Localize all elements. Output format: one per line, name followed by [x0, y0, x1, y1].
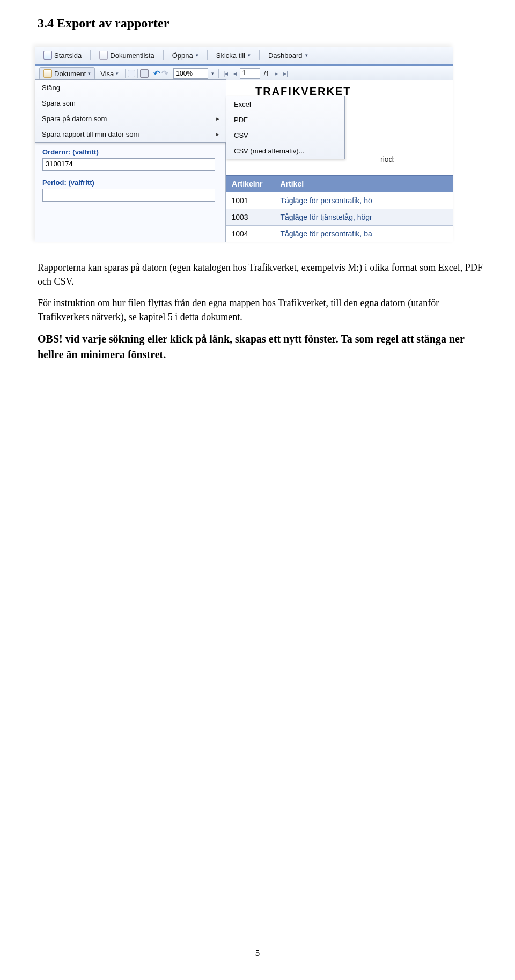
last-page-icon[interactable]: ▸|: [281, 70, 290, 77]
nav-open-label: Öppna: [172, 51, 193, 60]
paragraph-obs: OBS! vid varje sökning eller klick på lä…: [38, 331, 483, 362]
nav-open[interactable]: Öppna ▾: [168, 50, 203, 61]
home-icon: [43, 51, 52, 60]
document-dropdown: Stäng Spara som Spara på datorn som ▸ Sp…: [35, 79, 226, 143]
document-menu-button[interactable]: Dokument ▾: [39, 67, 95, 80]
cell-nr: 1003: [226, 209, 275, 226]
ordernr-value: 3100174: [46, 160, 73, 168]
chevron-down-icon: ▾: [196, 53, 198, 58]
menu-item-save-as[interactable]: Spara som: [35, 95, 226, 111]
document-toolbar: Dokument ▾ Visa ▾ ↶ ↷ 100% ▾ |◂ ◂ 1: [35, 66, 453, 80]
ordernr-input[interactable]: 3100174: [42, 158, 215, 171]
menu-item-label: Spara som: [42, 99, 76, 107]
nav-home-label: Startsida: [54, 51, 82, 60]
page-number: 5: [0, 948, 515, 959]
chevron-right-icon: ▸: [216, 115, 219, 122]
nav-doclist[interactable]: Dokumentlista: [95, 50, 158, 61]
page-total: /1: [261, 70, 271, 78]
redo-icon: ↷: [161, 69, 168, 78]
body-text: Rapporterna kan sparas på datorn (egen k…: [38, 261, 483, 362]
document-menu-label: Dokument: [54, 70, 86, 78]
menu-item-save-local-as[interactable]: Spara på datorn som ▸: [35, 111, 226, 127]
nav-send-to-label: Skicka till: [216, 51, 245, 60]
paragraph-2: För instruktion om hur filen flyttas frå…: [38, 296, 483, 324]
left-panel: Stäng Spara som Spara på datorn som ▸ Sp…: [35, 80, 226, 242]
page-current: 1: [242, 69, 246, 77]
section-heading: 3.4 Export av rapporter: [38, 16, 483, 31]
menu-item-label: Spara rapport till min dator som: [42, 130, 139, 138]
separator: [259, 50, 260, 60]
cell-artikel: Tågläge för persontrafik, hö: [275, 192, 453, 209]
next-page-icon[interactable]: ▸: [273, 70, 280, 77]
content-panel: TRAFIKVERKET Excel PDF CSV CSV (med alte…: [226, 80, 453, 242]
cell-nr: 1004: [226, 226, 275, 242]
separator: [163, 50, 164, 60]
chevron-down-icon: ▾: [88, 71, 91, 76]
filter-form: Ordernr: (valfritt) 3100174 Period: (val…: [35, 143, 225, 210]
prev-page-icon[interactable]: ◂: [231, 70, 239, 77]
nav-dashboard-label: Dashboard: [268, 51, 303, 60]
tool-icon-1[interactable]: [128, 70, 135, 77]
nav-dashboard[interactable]: Dashboard ▾: [264, 50, 312, 61]
document-icon: [43, 69, 52, 78]
table-row[interactable]: 1003 Tågläge för tjänstetåg, högr: [226, 209, 453, 226]
separator: [90, 50, 91, 60]
table-row[interactable]: 1001 Tågläge för persontrafik, hö: [226, 192, 453, 209]
submenu-item-excel[interactable]: Excel: [226, 96, 344, 112]
view-menu-label: Visa: [100, 70, 114, 78]
page-number-input[interactable]: 1: [240, 68, 260, 79]
separator: [151, 69, 151, 78]
embedded-screenshot: Startsida Dokumentlista Öppna ▾ Skicka t…: [35, 47, 453, 242]
chevron-down-icon: ▾: [116, 71, 119, 76]
cell-artikel: Tågläge för persontrafik, ba: [275, 226, 453, 242]
col-artikelnr[interactable]: Artikelnr: [226, 176, 275, 192]
chevron-down-icon: ▾: [305, 53, 308, 58]
cell-artikel: Tågläge för tjänstetåg, högr: [275, 209, 453, 226]
period-optional: (valfritt): [68, 179, 94, 187]
cell-nr: 1001: [226, 192, 275, 209]
period-label: Period: (valfritt): [42, 179, 218, 187]
menu-item-save-report-local-as[interactable]: Spara rapport till min dator som ▸: [35, 127, 226, 142]
menu-item-label: Stäng: [42, 84, 60, 92]
first-page-icon[interactable]: |◂: [221, 70, 230, 77]
ordernr-label: Ordernr: (valfritt): [42, 148, 218, 156]
ordernr-optional: (valfritt): [72, 148, 98, 156]
separator: [125, 69, 126, 78]
table-row[interactable]: 1004 Tågläge för persontrafik, ba: [226, 226, 453, 242]
separator: [218, 69, 219, 78]
zoom-chevron-icon[interactable]: ▾: [209, 71, 216, 76]
nav-home[interactable]: Startsida: [39, 50, 86, 61]
export-submenu: Excel PDF CSV CSV (med alternativ)...: [226, 96, 345, 159]
find-icon[interactable]: [140, 69, 149, 78]
separator: [207, 50, 208, 60]
nav-send-to[interactable]: Skicka till ▾: [212, 50, 255, 61]
submenu-item-csv[interactable]: CSV: [226, 128, 344, 143]
period-input[interactable]: [42, 189, 215, 202]
zoom-input[interactable]: 100%: [173, 68, 208, 79]
nav-doclist-label: Dokumentlista: [110, 51, 154, 60]
zoom-value: 100%: [176, 70, 193, 77]
view-menu-button[interactable]: Visa ▾: [96, 68, 123, 80]
chevron-right-icon: ▸: [216, 131, 219, 138]
period-label-text: Period:: [42, 179, 67, 187]
doclist-icon: [99, 51, 108, 60]
col-artikel[interactable]: Artikel: [275, 176, 453, 192]
submenu-item-csv-opts[interactable]: CSV (med alternativ)...: [226, 143, 344, 159]
main-toolbar: Startsida Dokumentlista Öppna ▾ Skicka t…: [35, 47, 453, 64]
undo-icon[interactable]: ↶: [153, 69, 160, 78]
paragraph-1: Rapporterna kan sparas på datorn (egen k…: [38, 261, 483, 288]
data-table-wrap: Artikelnr Artikel 1001 Tågläge för perso…: [226, 175, 453, 242]
article-table: Artikelnr Artikel 1001 Tågläge för perso…: [226, 175, 453, 242]
submenu-item-pdf[interactable]: PDF: [226, 112, 344, 128]
chevron-down-icon: ▾: [248, 53, 251, 58]
separator: [137, 69, 138, 78]
menu-item-label: Spara på datorn som: [42, 115, 107, 123]
menu-item-close[interactable]: Stäng: [35, 80, 226, 95]
ordernr-label-text: Ordernr:: [42, 148, 71, 156]
separator: [171, 69, 171, 78]
